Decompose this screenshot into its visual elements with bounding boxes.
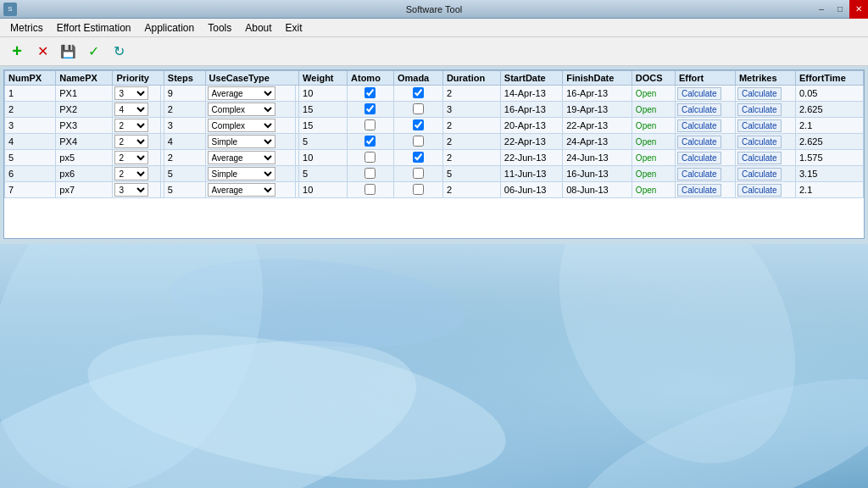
atomo-checkbox[interactable] xyxy=(364,152,376,163)
omada-checkbox[interactable] xyxy=(413,152,424,163)
cell-metrikes[interactable]: Calculate xyxy=(735,86,795,102)
priority-select[interactable]: 12345 xyxy=(114,151,148,164)
cell-efforttime: 2.1 xyxy=(795,182,863,198)
menu-exit[interactable]: Exit xyxy=(279,19,309,36)
cell-priority[interactable]: 12345 xyxy=(113,134,160,150)
priority-select[interactable]: 12345 xyxy=(114,103,148,116)
cell-priority[interactable]: 12345 xyxy=(113,86,160,102)
atomo-checkbox[interactable] xyxy=(364,87,376,98)
effort-calculate-button[interactable]: Calculate xyxy=(677,103,721,116)
add-button[interactable]: + xyxy=(5,40,29,64)
priority-select[interactable]: 12345 xyxy=(114,167,148,180)
cell-usecasetype[interactable]: SimpleAverageComplex xyxy=(205,102,295,118)
atomo-checkbox[interactable] xyxy=(364,136,376,147)
menu-about[interactable]: About xyxy=(238,19,278,36)
cell-metrikes[interactable]: Calculate xyxy=(735,102,795,118)
cell-effort[interactable]: Calculate xyxy=(675,182,735,198)
atomo-checkbox[interactable] xyxy=(364,103,376,114)
cell-metrikes[interactable]: Calculate xyxy=(735,166,795,182)
cell-omada[interactable] xyxy=(393,150,442,166)
save-button[interactable]: 💾 xyxy=(56,40,80,64)
check-button[interactable]: ✓ xyxy=(81,40,105,64)
menu-tools[interactable]: Tools xyxy=(201,19,238,36)
effort-calculate-button[interactable]: Calculate xyxy=(677,168,721,180)
delete-button[interactable]: ✕ xyxy=(31,40,54,64)
usecasetype-select[interactable]: SimpleAverageComplex xyxy=(208,167,275,180)
omada-checkbox[interactable] xyxy=(413,136,424,147)
cell-usecasetype[interactable]: SimpleAverageComplex xyxy=(205,150,295,166)
cell-effort[interactable]: Calculate xyxy=(675,86,735,102)
metrikes-calculate-button[interactable]: Calculate xyxy=(737,119,782,132)
cell-priority[interactable]: 12345 xyxy=(113,166,160,182)
minimize-button[interactable]: – xyxy=(812,0,831,19)
cell-omada[interactable] xyxy=(393,102,442,118)
omada-checkbox[interactable] xyxy=(413,87,424,98)
omada-checkbox[interactable] xyxy=(413,168,424,179)
cell-usecasetype[interactable]: SimpleAverageComplex xyxy=(205,166,295,182)
usecasetype-select[interactable]: SimpleAverageComplex xyxy=(208,119,275,132)
menu-application[interactable]: Application xyxy=(138,19,202,36)
metrikes-calculate-button[interactable]: Calculate xyxy=(737,152,782,164)
cell-atomo[interactable] xyxy=(348,166,394,182)
cell-omada[interactable] xyxy=(393,86,442,102)
col-numpx: NumPX xyxy=(5,71,56,86)
menu-effort-estimation[interactable]: Effort Estimation xyxy=(50,19,138,36)
cell-atomo[interactable] xyxy=(348,118,394,134)
priority-select[interactable]: 12345 xyxy=(114,183,148,197)
effort-calculate-button[interactable]: Calculate xyxy=(677,119,721,132)
cell-effort[interactable]: Calculate xyxy=(675,134,735,150)
effort-calculate-button[interactable]: Calculate xyxy=(677,136,721,148)
cell-priority[interactable]: 12345 xyxy=(113,182,160,198)
omada-checkbox[interactable] xyxy=(413,184,424,195)
metrikes-calculate-button[interactable]: Calculate xyxy=(737,87,782,100)
cell-usecasetype[interactable]: SimpleAverageComplex xyxy=(205,134,295,150)
maximize-button[interactable]: □ xyxy=(831,0,849,19)
cell-atomo[interactable] xyxy=(348,102,394,118)
cell-atomo[interactable] xyxy=(348,134,394,150)
effort-calculate-button[interactable]: Calculate xyxy=(677,184,721,197)
cell-atomo[interactable] xyxy=(348,150,394,166)
metrikes-calculate-button[interactable]: Calculate xyxy=(737,168,782,180)
usecasetype-select[interactable]: SimpleAverageComplex xyxy=(208,135,275,148)
refresh-button[interactable]: ↻ xyxy=(107,40,131,64)
atomo-checkbox[interactable] xyxy=(364,168,376,179)
usecasetype-select[interactable]: SimpleAverageComplex xyxy=(208,183,275,197)
cell-priority[interactable]: 12345 xyxy=(113,118,160,134)
omada-checkbox[interactable] xyxy=(413,119,424,130)
cell-effort[interactable]: Calculate xyxy=(675,166,735,182)
cell-atomo[interactable] xyxy=(348,182,394,198)
cell-atomo[interactable] xyxy=(348,86,394,102)
close-button[interactable]: ✕ xyxy=(849,0,868,19)
cell-effort[interactable]: Calculate xyxy=(675,102,735,118)
cell-omada[interactable] xyxy=(393,118,442,134)
cell-omada[interactable] xyxy=(393,134,442,150)
cell-metrikes[interactable]: Calculate xyxy=(735,182,795,198)
cell-usecasetype[interactable]: SimpleAverageComplex xyxy=(205,118,295,134)
metrikes-calculate-button[interactable]: Calculate xyxy=(737,136,782,148)
cell-metrikes[interactable]: Calculate xyxy=(735,150,795,166)
effort-calculate-button[interactable]: Calculate xyxy=(677,87,721,100)
usecasetype-select[interactable]: SimpleAverageComplex xyxy=(208,103,275,116)
cell-metrikes[interactable]: Calculate xyxy=(735,118,795,134)
cell-effort[interactable]: Calculate xyxy=(675,118,735,134)
cell-omada[interactable] xyxy=(393,166,442,182)
omada-checkbox[interactable] xyxy=(413,103,424,114)
metrikes-calculate-button[interactable]: Calculate xyxy=(737,103,782,116)
cell-omada[interactable] xyxy=(393,182,442,198)
usecasetype-select[interactable]: SimpleAverageComplex xyxy=(208,86,275,100)
cell-metrikes[interactable]: Calculate xyxy=(735,134,795,150)
effort-calculate-button[interactable]: Calculate xyxy=(677,152,721,164)
priority-select[interactable]: 12345 xyxy=(114,135,148,148)
atomo-checkbox[interactable] xyxy=(364,184,376,195)
atomo-checkbox[interactable] xyxy=(364,119,376,130)
cell-priority[interactable]: 12345 xyxy=(113,150,160,166)
cell-priority[interactable]: 12345 xyxy=(113,102,160,118)
usecasetype-select[interactable]: SimpleAverageComplex xyxy=(208,151,275,164)
cell-usecasetype[interactable]: SimpleAverageComplex xyxy=(205,182,295,198)
metrikes-calculate-button[interactable]: Calculate xyxy=(737,184,782,197)
priority-select[interactable]: 12345 xyxy=(114,86,148,100)
cell-usecasetype[interactable]: SimpleAverageComplex xyxy=(205,86,295,102)
menu-metrics[interactable]: Metrics xyxy=(3,19,50,36)
priority-select[interactable]: 12345 xyxy=(114,119,148,132)
cell-effort[interactable]: Calculate xyxy=(675,150,735,166)
